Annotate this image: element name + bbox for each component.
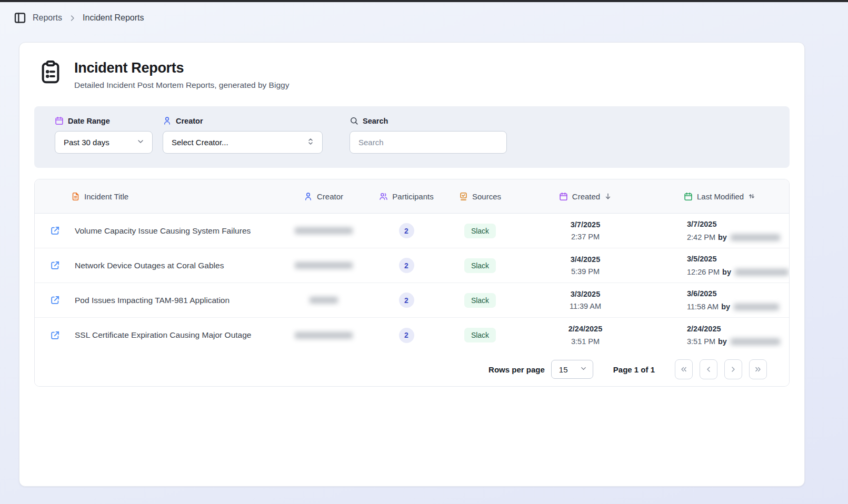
modified-date: 3/5/2025 xyxy=(687,255,789,263)
breadcrumb: Reports Incident Reports xyxy=(0,2,848,24)
modified-time: 11:58 AM xyxy=(687,303,719,311)
modified-date: 2/24/2025 xyxy=(687,325,789,333)
table-footer: Rows per page 15 Page 1 of 1 xyxy=(35,352,789,386)
modified-time-line: 12:26 PMby xyxy=(687,268,789,276)
incident-title: Pod Issues Impacting TAM-981 Application xyxy=(75,296,280,305)
table-row[interactable]: SSL Certificate Expiration Causing Major… xyxy=(35,318,789,352)
chevron-left-icon xyxy=(704,365,713,374)
column-label: Creator xyxy=(317,192,343,201)
created-date: 3/3/2025 xyxy=(570,290,601,298)
calendar-icon xyxy=(684,192,693,201)
created-date: 2/24/2025 xyxy=(568,325,603,333)
calendar-icon xyxy=(55,116,64,125)
column-label: Participants xyxy=(392,192,433,201)
participants-count-badge: 2 xyxy=(399,223,414,238)
creator-select[interactable]: Select Creator... xyxy=(163,131,323,154)
page-title: Incident Reports xyxy=(74,60,289,76)
search-label-text: Search xyxy=(363,117,388,125)
participants-count-badge: 2 xyxy=(399,328,414,343)
external-link-icon[interactable] xyxy=(50,330,60,340)
breadcrumb-reports[interactable]: Reports xyxy=(33,13,62,23)
page-subtitle: Detailed Incident Post Mortem Reports, g… xyxy=(74,80,289,90)
column-label: Sources xyxy=(472,192,501,201)
row-link-cell xyxy=(35,330,75,340)
last-modified-cell: 3/7/2025 2:42 PMby xyxy=(656,220,789,241)
column-header-sources[interactable]: Sources xyxy=(446,192,514,201)
search-input[interactable] xyxy=(350,131,507,154)
user-icon xyxy=(304,192,313,201)
rows-per-page-value: 15 xyxy=(559,365,568,374)
page-header: Incident Reports Detailed Incident Post … xyxy=(38,60,790,90)
creator-filter: Creator Select Creator... xyxy=(163,116,323,154)
source-badge: Slack xyxy=(464,258,496,273)
sources-cell: Slack xyxy=(446,293,514,308)
incident-title: Volume Capacity Issue Causing System Fai… xyxy=(75,226,280,236)
chevron-down-icon xyxy=(580,365,587,374)
date-range-select[interactable]: Past 30 days xyxy=(55,131,153,154)
first-page-button[interactable] xyxy=(675,359,693,379)
table-row[interactable]: Pod Issues Impacting TAM-981 Application… xyxy=(35,283,789,318)
previous-page-button[interactable] xyxy=(700,359,717,379)
users-icon xyxy=(379,192,388,201)
creator-redacted-blur xyxy=(295,227,353,234)
chevrons-left-icon xyxy=(680,365,688,374)
sidebar-toggle-icon[interactable] xyxy=(14,12,26,24)
column-label: Incident Title xyxy=(84,192,128,201)
file-text-icon xyxy=(71,192,80,201)
creator-cell xyxy=(280,297,367,304)
last-page-button[interactable] xyxy=(749,359,767,379)
modified-time-line: 2:42 PMby xyxy=(687,233,789,241)
column-header-incident-title[interactable]: Incident Title xyxy=(35,192,280,201)
sort-descending-icon xyxy=(604,193,612,200)
column-header-creator[interactable]: Creator xyxy=(280,192,367,201)
clipboard-list-icon xyxy=(38,60,63,85)
chevron-right-icon xyxy=(68,14,76,22)
created-cell: 2/24/2025 3:51 PM xyxy=(514,325,656,345)
column-label: Last Modified xyxy=(697,192,744,201)
column-header-participants[interactable]: Participants xyxy=(367,192,446,201)
row-link-cell xyxy=(35,260,75,270)
external-link-icon[interactable] xyxy=(50,226,60,236)
search-filter: Search xyxy=(350,116,507,154)
participants-cell: 2 xyxy=(367,293,446,308)
creator-redacted-blur xyxy=(310,297,338,304)
table-row[interactable]: Volume Capacity Issue Causing System Fai… xyxy=(35,214,789,248)
date-range-label: Date Range xyxy=(55,116,153,125)
modified-by-label: by xyxy=(721,303,730,311)
external-link-icon[interactable] xyxy=(50,295,60,305)
chevron-down-icon xyxy=(136,137,145,147)
pagination-buttons xyxy=(675,359,767,379)
page-status: Page 1 of 1 xyxy=(613,365,655,374)
square-check-icon xyxy=(459,192,468,201)
rows-per-page-select[interactable]: 15 xyxy=(551,360,593,379)
row-link-cell xyxy=(35,226,75,236)
modified-by-redacted-blur xyxy=(734,304,779,310)
date-range-label-text: Date Range xyxy=(68,117,110,125)
source-badge: Slack xyxy=(464,328,496,342)
creator-label: Creator xyxy=(163,116,323,125)
participants-count-badge: 2 xyxy=(399,258,414,273)
user-icon xyxy=(163,116,172,125)
next-page-button[interactable] xyxy=(724,359,742,379)
created-time: 3:51 PM xyxy=(568,338,603,346)
modified-by-redacted-blur xyxy=(731,338,780,345)
participants-cell: 2 xyxy=(367,223,446,238)
modified-by-label: by xyxy=(718,233,727,241)
breadcrumb-current: Incident Reports xyxy=(83,13,144,23)
sources-cell: Slack xyxy=(446,224,514,238)
search-label: Search xyxy=(350,116,507,125)
last-modified-cell: 3/6/2025 11:58 AMby xyxy=(656,290,789,310)
created-cell: 3/7/2025 2:37 PM xyxy=(514,221,656,241)
column-header-last-modified[interactable]: Last Modified xyxy=(656,192,789,201)
column-header-created[interactable]: Created xyxy=(514,192,656,201)
last-modified-cell: 2/24/2025 3:51 PMby xyxy=(656,325,789,346)
date-range-filter: Date Range Past 30 days xyxy=(55,116,153,154)
external-link-icon[interactable] xyxy=(50,260,60,270)
creator-cell xyxy=(280,227,367,234)
incident-reports-card: Incident Reports Detailed Incident Post … xyxy=(19,42,805,487)
incidents-table: Incident Title Creator Participants Sour… xyxy=(34,179,790,387)
last-modified-cell: 3/5/2025 12:26 PMby xyxy=(656,255,789,276)
column-label: Created xyxy=(572,192,600,201)
row-link-cell xyxy=(35,295,75,305)
table-row[interactable]: Network Device Outages at Coral Gables 2… xyxy=(35,248,789,283)
